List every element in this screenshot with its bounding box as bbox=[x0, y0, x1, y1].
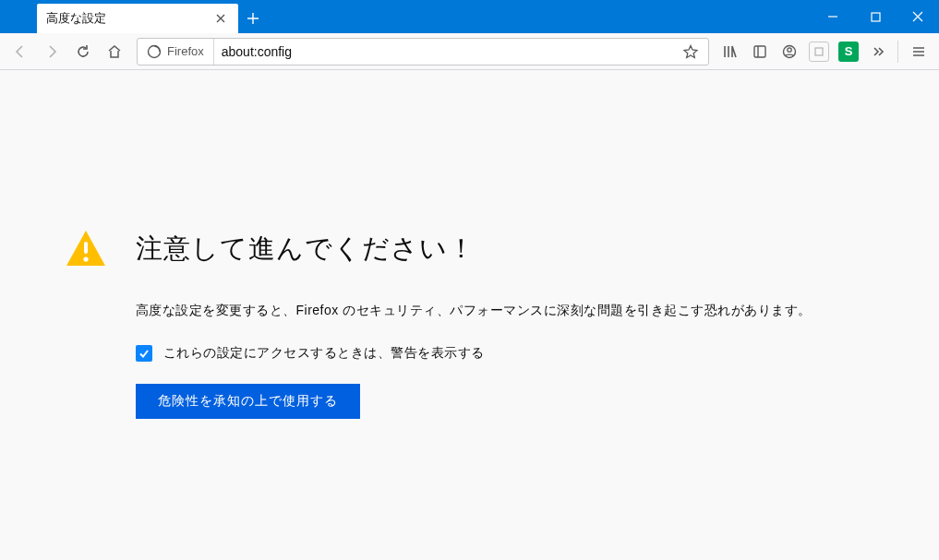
overflow-button[interactable] bbox=[864, 38, 892, 66]
extension-button-1[interactable] bbox=[809, 42, 829, 62]
new-tab-button[interactable] bbox=[238, 4, 268, 33]
addon-letter: S bbox=[845, 44, 853, 58]
url-input[interactable] bbox=[214, 44, 679, 59]
maximize-icon bbox=[871, 12, 881, 22]
star-icon bbox=[683, 44, 698, 59]
svg-rect-2 bbox=[754, 46, 765, 57]
warning-header: 注意して進んでください！ bbox=[64, 227, 876, 271]
app-menu-button[interactable] bbox=[904, 37, 933, 66]
urlbar-actions bbox=[679, 40, 708, 64]
tab-title: 高度な設定 bbox=[46, 11, 106, 27]
warning-triangle-icon bbox=[64, 227, 108, 271]
warning-body: 高度な設定を変更すると、Firefox のセキュリティ、パフォーマンスに深刻な問… bbox=[64, 303, 876, 419]
close-tab-button[interactable] bbox=[212, 10, 229, 27]
back-button[interactable] bbox=[6, 37, 35, 66]
window-maximize-button[interactable] bbox=[854, 0, 897, 33]
page-content: 注意して進んでください！ 高度な設定を変更すると、Firefox のセキュリティ… bbox=[0, 70, 939, 474]
bookmark-star-button[interactable] bbox=[679, 40, 703, 64]
svg-rect-6 bbox=[84, 242, 88, 254]
library-icon bbox=[723, 44, 738, 59]
sidebar-button[interactable] bbox=[746, 38, 774, 66]
browser-tab-active[interactable]: 高度な設定 bbox=[37, 4, 238, 33]
svg-rect-5 bbox=[815, 48, 823, 55]
check-icon bbox=[138, 348, 150, 359]
svg-rect-0 bbox=[872, 13, 880, 21]
arrow-left-icon bbox=[12, 43, 29, 60]
navigation-toolbar: Firefox S bbox=[0, 33, 939, 70]
identity-label: Firefox bbox=[167, 44, 204, 58]
window-minimize-button[interactable] bbox=[812, 0, 854, 33]
toolbar-end-buttons: S bbox=[716, 37, 933, 66]
warning-description: 高度な設定を変更すると、Firefox のセキュリティ、パフォーマンスに深刻な問… bbox=[136, 303, 876, 319]
extension-button-2[interactable]: S bbox=[838, 42, 859, 62]
identity-box[interactable]: Firefox bbox=[138, 39, 214, 65]
reload-button[interactable] bbox=[68, 37, 98, 66]
window-controls bbox=[812, 0, 939, 33]
home-icon bbox=[106, 43, 123, 60]
svg-point-4 bbox=[788, 47, 791, 51]
warning-container: 注意して進んでください！ 高度な設定を変更すると、Firefox のセキュリティ… bbox=[64, 125, 876, 419]
plus-icon bbox=[247, 12, 259, 25]
home-button[interactable] bbox=[100, 37, 129, 66]
tab-strip: 高度な設定 bbox=[0, 4, 812, 33]
address-bar[interactable]: Firefox bbox=[137, 38, 709, 66]
page-title: 注意して進んでください！ bbox=[136, 231, 476, 268]
close-icon bbox=[912, 11, 923, 22]
close-icon bbox=[215, 13, 226, 24]
firefox-logo-icon bbox=[147, 44, 162, 59]
show-warning-checkbox-row[interactable]: これらの設定にアクセスするときは、警告を表示する bbox=[136, 345, 876, 362]
chevron-double-right-icon bbox=[871, 44, 885, 59]
minimize-icon bbox=[827, 11, 838, 22]
window-close-button[interactable] bbox=[897, 0, 939, 33]
accept-risk-button[interactable]: 危険性を承知の上で使用する bbox=[136, 384, 360, 419]
window-titlebar: 高度な設定 bbox=[0, 0, 939, 33]
forward-button[interactable] bbox=[37, 37, 66, 66]
reload-icon bbox=[76, 44, 90, 59]
svg-point-7 bbox=[83, 256, 88, 261]
hamburger-icon bbox=[911, 44, 926, 59]
checkbox-label: これらの設定にアクセスするときは、警告を表示する bbox=[163, 345, 485, 362]
account-button[interactable] bbox=[776, 38, 803, 66]
checkbox-checked[interactable] bbox=[136, 345, 152, 362]
account-icon bbox=[782, 44, 797, 59]
toolbar-separator bbox=[897, 41, 898, 63]
sidebar-icon bbox=[752, 44, 767, 59]
arrow-right-icon bbox=[43, 43, 60, 60]
library-button[interactable] bbox=[716, 38, 744, 66]
square-icon bbox=[814, 47, 824, 56]
